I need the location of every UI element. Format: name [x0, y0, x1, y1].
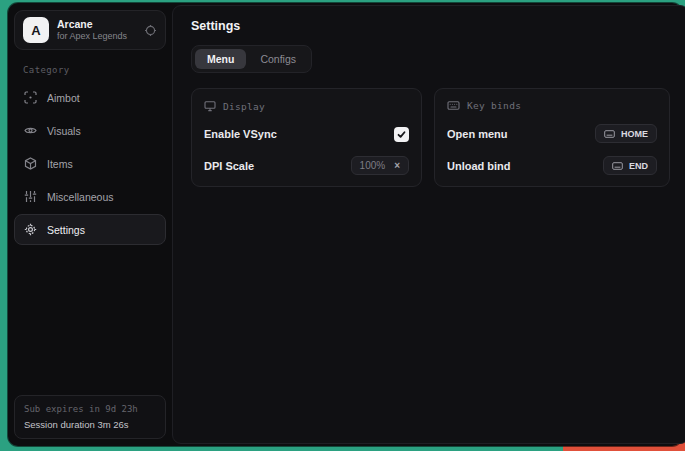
tab-configs[interactable]: Configs — [248, 49, 308, 69]
display-card-title: Display — [223, 101, 265, 112]
monitor-icon — [204, 100, 216, 112]
sidebar-item-aimbot[interactable]: Aimbot — [14, 82, 166, 113]
vsync-row: Enable VSync — [204, 125, 409, 143]
category-label: Category — [23, 65, 166, 75]
app-window: A Arcane for Apex Legends Category Aimbo — [8, 3, 682, 446]
sidebar-item-label: Aimbot — [47, 92, 80, 104]
key-icon — [604, 130, 615, 138]
unload-bind-button[interactable]: END — [603, 156, 657, 175]
main-panel: Settings Menu Configs Display — [172, 5, 685, 444]
keybinds-card: Key binds Open menu HOME — [434, 88, 670, 187]
check-icon — [397, 130, 406, 139]
sliders-icon — [24, 190, 37, 203]
display-card: Display Enable VSync DPI Scale 100% × — [191, 88, 422, 187]
clear-icon[interactable]: × — [394, 161, 400, 171]
package-icon — [24, 157, 37, 170]
dpi-row: DPI Scale 100% × — [204, 156, 409, 175]
sidebar-spacer — [14, 245, 166, 395]
keybinds-card-title: Key binds — [467, 100, 521, 111]
subscription-info-box: Sub expires in 9d 23h Session duration 3… — [14, 395, 166, 439]
session-duration-text: Session duration 3m 26s — [24, 419, 156, 430]
app-name: Arcane — [57, 19, 136, 30]
unload-bind-row: Unload bind END — [447, 156, 657, 175]
eye-icon — [24, 124, 37, 137]
sidebar-item-miscellaneous[interactable]: Miscellaneous — [14, 181, 166, 212]
key-icon — [612, 162, 623, 170]
sidebar-item-settings[interactable]: Settings — [14, 214, 166, 245]
dpi-scale-input[interactable]: 100% × — [351, 156, 409, 175]
sidebar-item-label: Items — [47, 158, 73, 170]
open-menu-row: Open menu HOME — [447, 124, 657, 143]
cards-row: Display Enable VSync DPI Scale 100% × — [191, 88, 670, 187]
brand-text: Arcane for Apex Legends — [57, 19, 136, 42]
app-subtitle: for Apex Legends — [57, 32, 136, 41]
vsync-checkbox[interactable] — [394, 127, 409, 142]
sub-expires-text: Sub expires in 9d 23h — [24, 404, 156, 414]
dpi-label: DPI Scale — [204, 160, 254, 172]
sidebar-item-label: Miscellaneous — [47, 191, 114, 203]
unload-bind-value: END — [629, 161, 648, 171]
target-icon[interactable] — [144, 24, 157, 37]
tab-bar: Menu Configs — [191, 45, 312, 73]
open-menu-bind-button[interactable]: HOME — [595, 124, 657, 143]
sidebar-item-items[interactable]: Items — [14, 148, 166, 179]
sidebar: A Arcane for Apex Legends Category Aimbo — [8, 3, 172, 446]
keyboard-icon — [447, 100, 460, 111]
vsync-label: Enable VSync — [204, 128, 277, 140]
crosshair-icon — [24, 91, 37, 104]
page-title: Settings — [191, 19, 670, 33]
display-card-header: Display — [204, 100, 409, 112]
app-logo: A — [23, 17, 49, 43]
sidebar-item-label: Settings — [47, 224, 85, 236]
open-menu-bind-value: HOME — [621, 129, 648, 139]
gear-icon — [24, 223, 37, 236]
sidebar-item-label: Visuals — [47, 125, 81, 137]
brand-header: A Arcane for Apex Legends — [14, 10, 166, 50]
open-menu-label: Open menu — [447, 128, 508, 140]
tab-menu[interactable]: Menu — [195, 49, 246, 69]
dpi-scale-value: 100% — [360, 160, 386, 171]
sidebar-item-visuals[interactable]: Visuals — [14, 115, 166, 146]
keybinds-card-header: Key binds — [447, 100, 657, 111]
unload-bind-label: Unload bind — [447, 160, 511, 172]
